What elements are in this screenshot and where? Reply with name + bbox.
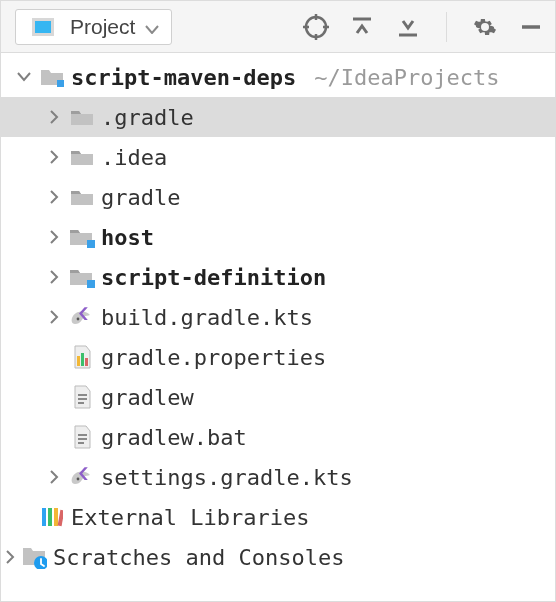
tree-item-label: script-definition (99, 265, 326, 290)
svg-rect-14 (77, 356, 80, 366)
svg-rect-15 (81, 353, 84, 366)
svg-rect-10 (57, 80, 64, 87)
locate-icon[interactable] (302, 13, 330, 41)
chevron-right-icon[interactable] (41, 190, 67, 204)
project-icon (28, 18, 58, 36)
folder-icon (67, 187, 97, 207)
svg-rect-27 (58, 510, 63, 526)
chevron-right-icon[interactable] (41, 150, 67, 164)
external-libraries-label: External Libraries (69, 505, 309, 530)
tree-item[interactable]: gradle (1, 177, 555, 217)
scratches-icon (19, 545, 49, 569)
module-icon (67, 226, 97, 248)
tree-item-label: build.gradle.kts (99, 305, 313, 330)
scratches-label: Scratches and Consoles (51, 545, 344, 570)
svg-rect-12 (87, 280, 95, 288)
project-tree: script-maven-deps ~/IdeaProjects .gradle… (1, 53, 555, 577)
properties-icon (67, 345, 97, 369)
scratches-and-consoles[interactable]: Scratches and Consoles (1, 537, 555, 577)
textfile-icon (67, 385, 97, 409)
gradle-kts-icon (67, 466, 97, 488)
svg-point-13 (77, 318, 80, 321)
tree-item[interactable]: gradlew (1, 377, 555, 417)
tree-item-label: .gradle (99, 105, 194, 130)
chevron-right-icon[interactable] (41, 230, 67, 244)
svg-rect-24 (42, 508, 46, 526)
tree-item[interactable]: settings.gradle.kts (1, 457, 555, 497)
tree-item-label: .idea (99, 145, 167, 170)
tree-item-label: gradlew.bat (99, 425, 247, 450)
tree-item[interactable]: host (1, 217, 555, 257)
tree-item[interactable]: gradle.properties (1, 337, 555, 377)
libraries-icon (37, 506, 67, 528)
chevron-right-icon[interactable] (41, 310, 67, 324)
module-folder-icon (37, 67, 67, 87)
folder-icon (67, 107, 97, 127)
tree-item[interactable]: script-definition (1, 257, 555, 297)
gradle-kts-icon (67, 306, 97, 328)
chevron-right-icon[interactable] (41, 110, 67, 124)
chevron-down-icon[interactable] (11, 72, 37, 82)
tree-item-label: host (99, 225, 154, 250)
expand-all-icon[interactable] (348, 13, 376, 41)
svg-rect-11 (87, 240, 95, 248)
toolbar-separator (446, 12, 447, 42)
tree-item-label: gradle (99, 185, 180, 210)
svg-point-23 (77, 478, 80, 481)
tree-item[interactable]: gradlew.bat (1, 417, 555, 457)
tree-item[interactable]: .gradle (1, 97, 555, 137)
folder-icon (67, 147, 97, 167)
project-view-label: Project (70, 15, 135, 39)
svg-rect-1 (35, 21, 51, 33)
tree-item-label: settings.gradle.kts (99, 465, 353, 490)
tree-item-label: gradle.properties (99, 345, 326, 370)
tree-item-label: gradlew (99, 385, 194, 410)
tree-item[interactable]: .idea (1, 137, 555, 177)
chevron-right-icon[interactable] (41, 270, 67, 284)
tree-item[interactable]: build.gradle.kts (1, 297, 555, 337)
root-path: ~/IdeaProjects (296, 65, 499, 90)
project-toolbar: Project (1, 1, 555, 53)
chevron-right-icon[interactable] (1, 550, 19, 564)
chevron-right-icon[interactable] (41, 470, 67, 484)
external-libraries[interactable]: External Libraries (1, 497, 555, 537)
tree-root[interactable]: script-maven-deps ~/IdeaProjects (1, 57, 555, 97)
svg-rect-26 (54, 508, 58, 526)
root-label: script-maven-deps (69, 65, 296, 90)
svg-rect-25 (48, 508, 52, 526)
collapse-all-icon[interactable] (394, 13, 422, 41)
dropdown-icon (145, 15, 159, 39)
textfile-icon (67, 425, 97, 449)
minimize-icon[interactable] (517, 13, 545, 41)
gear-icon[interactable] (471, 13, 499, 41)
toolbar-actions (302, 12, 545, 42)
project-view-selector[interactable]: Project (15, 9, 172, 45)
module-icon (67, 266, 97, 288)
svg-rect-16 (85, 358, 88, 366)
